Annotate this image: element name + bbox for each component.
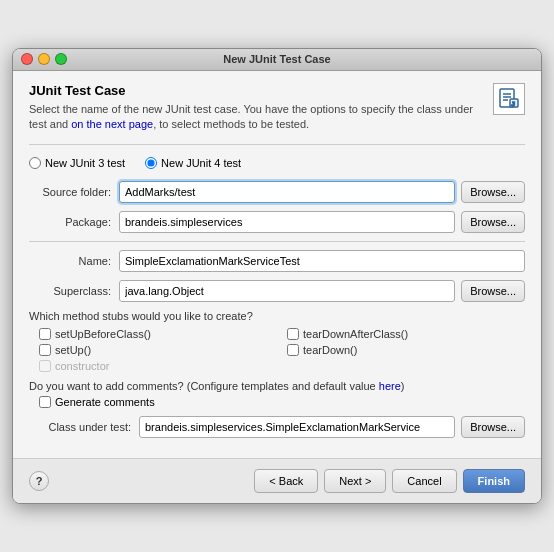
- junit4-option[interactable]: New JUnit 4 test: [145, 157, 241, 169]
- class-under-test-browse-button[interactable]: Browse...: [461, 416, 525, 438]
- class-under-test-label: Class under test:: [29, 421, 139, 433]
- maximize-button[interactable]: [55, 53, 67, 65]
- stub-constructor[interactable]: constructor: [39, 360, 277, 372]
- stub-tearDown-label: tearDown(): [303, 344, 357, 356]
- stub-constructor-checkbox: [39, 360, 51, 372]
- name-row: Name:: [29, 250, 525, 272]
- junit-version-selection: New JUnit 3 test New JUnit 4 test: [29, 157, 525, 169]
- header-desc-link: on the next page: [71, 118, 153, 130]
- dialog-window: New JUnit Test Case JUnit Test Case Sele…: [12, 48, 542, 505]
- stub-setUp[interactable]: setUp(): [39, 344, 277, 356]
- stubs-label: Which method stubs would you like to cre…: [29, 310, 525, 322]
- stub-tearDown[interactable]: tearDown(): [287, 344, 525, 356]
- stubs-checkboxes: setUpBeforeClass() tearDownAfterClass() …: [39, 328, 525, 372]
- package-browse-button[interactable]: Browse...: [461, 211, 525, 233]
- comments-label-part2: ): [401, 380, 405, 392]
- stub-setUp-label: setUp(): [55, 344, 91, 356]
- junit3-option[interactable]: New JUnit 3 test: [29, 157, 125, 169]
- svg-text:J: J: [512, 101, 515, 107]
- generate-comments-row: Generate comments: [39, 396, 525, 408]
- superclass-row: Superclass: Browse...: [29, 280, 525, 302]
- stub-setUpBeforeClass[interactable]: setUpBeforeClass(): [39, 328, 277, 340]
- stub-setUpBeforeClass-label: setUpBeforeClass(): [55, 328, 151, 340]
- junit3-label: New JUnit 3 test: [45, 157, 125, 169]
- package-row: Package: Browse...: [29, 211, 525, 233]
- header-title: JUnit Test Case: [29, 83, 483, 98]
- dialog-content: JUnit Test Case Select the name of the n…: [13, 71, 541, 459]
- finish-button[interactable]: Finish: [463, 469, 525, 493]
- bottom-bar: ? < Back Next > Cancel Finish: [13, 458, 541, 503]
- header-description: Select the name of the new JUnit test ca…: [29, 102, 483, 133]
- source-folder-label: Source folder:: [29, 186, 119, 198]
- stub-tearDown-checkbox[interactable]: [287, 344, 299, 356]
- header-section: JUnit Test Case Select the name of the n…: [29, 83, 525, 146]
- name-input[interactable]: [119, 250, 525, 272]
- back-button[interactable]: < Back: [254, 469, 318, 493]
- comments-link[interactable]: here: [379, 380, 401, 392]
- stub-tearDownAfterClass[interactable]: tearDownAfterClass(): [287, 328, 525, 340]
- superclass-label: Superclass:: [29, 285, 119, 297]
- header-text: JUnit Test Case Select the name of the n…: [29, 83, 483, 133]
- help-button[interactable]: ?: [29, 471, 49, 491]
- superclass-browse-button[interactable]: Browse...: [461, 280, 525, 302]
- separator1: [29, 241, 525, 242]
- class-under-test-row: Class under test: Browse...: [29, 416, 525, 438]
- stub-setUpBeforeClass-checkbox[interactable]: [39, 328, 51, 340]
- junit4-label: New JUnit 4 test: [161, 157, 241, 169]
- class-under-test-input[interactable]: [139, 416, 455, 438]
- header-desc-part2: , to select methods to be tested.: [153, 118, 309, 130]
- superclass-input[interactable]: [119, 280, 455, 302]
- package-input[interactable]: [119, 211, 455, 233]
- comments-label-part1: Do you want to add comments? (Configure …: [29, 380, 379, 392]
- source-folder-row: Source folder: Browse...: [29, 181, 525, 203]
- junit3-radio[interactable]: [29, 157, 41, 169]
- header-icon: J: [493, 83, 525, 115]
- bottom-left: ?: [29, 471, 49, 491]
- close-button[interactable]: [21, 53, 33, 65]
- traffic-lights: [21, 53, 67, 65]
- source-folder-browse-button[interactable]: Browse...: [461, 181, 525, 203]
- title-bar: New JUnit Test Case: [13, 49, 541, 71]
- cancel-button[interactable]: Cancel: [392, 469, 456, 493]
- stub-setUp-checkbox[interactable]: [39, 344, 51, 356]
- stub-tearDownAfterClass-label: tearDownAfterClass(): [303, 328, 408, 340]
- stub-constructor-label: constructor: [55, 360, 109, 372]
- next-button[interactable]: Next >: [324, 469, 386, 493]
- generate-comments-checkbox[interactable]: [39, 396, 51, 408]
- source-folder-input[interactable]: [119, 181, 455, 203]
- junit4-radio[interactable]: [145, 157, 157, 169]
- package-label: Package:: [29, 216, 119, 228]
- window-title: New JUnit Test Case: [223, 53, 330, 65]
- bottom-right: < Back Next > Cancel Finish: [254, 469, 525, 493]
- name-label: Name:: [29, 255, 119, 267]
- minimize-button[interactable]: [38, 53, 50, 65]
- stub-tearDownAfterClass-checkbox[interactable]: [287, 328, 299, 340]
- comments-section: Do you want to add comments? (Configure …: [29, 380, 525, 408]
- generate-comments-label: Generate comments: [55, 396, 155, 408]
- comments-label: Do you want to add comments? (Configure …: [29, 380, 525, 392]
